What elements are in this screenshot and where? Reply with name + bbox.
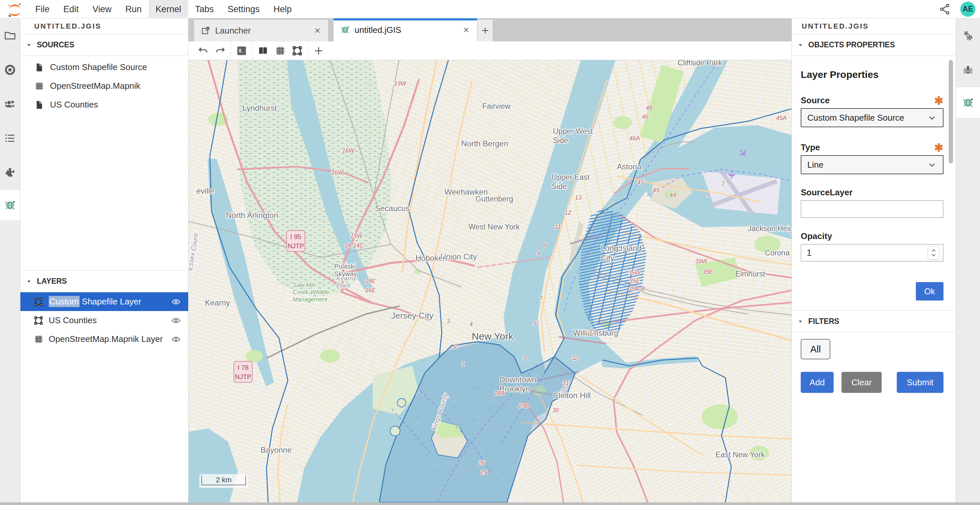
road-exit-label: 18E: [365, 278, 376, 284]
tab-label: Launcher: [215, 25, 300, 36]
eye-visibility-icon[interactable]: [171, 334, 181, 344]
road-exit-label: 12: [565, 210, 571, 216]
terminal-button[interactable]: $_: [233, 42, 250, 59]
map-image: Cliffside ParkFairviewLyndhurstNorth Ber…: [188, 60, 792, 502]
source-select-value: Custom Shapefile Source: [807, 113, 904, 123]
close-icon[interactable]: [462, 25, 471, 34]
avatar[interactable]: AE: [960, 2, 975, 17]
share-icon[interactable]: [939, 3, 951, 16]
layer-item[interactable]: Custom Shapefile Layer: [21, 292, 188, 311]
road-exit-label: 19W: [394, 80, 407, 87]
jupyter-logo-icon: [7, 3, 22, 16]
left-panel-title: UNTITLED.JGIS: [21, 18, 188, 34]
map-place-label: eville: [196, 186, 215, 195]
property-inspector-gears-icon[interactable]: [956, 18, 980, 52]
road-exit-label: 3: [523, 355, 527, 361]
new-tab-button[interactable]: [477, 20, 493, 41]
road-exit-label: 16W: [331, 169, 344, 176]
menu-kernel[interactable]: Kernel: [149, 0, 188, 18]
number-stepper[interactable]: [928, 246, 940, 260]
filter-all-dropdown[interactable]: All: [801, 339, 830, 359]
eye-visibility-icon[interactable]: [171, 297, 181, 307]
map-place-label: Fairview: [482, 102, 511, 110]
map-toolbar: $_: [188, 41, 792, 60]
objects-properties-header[interactable]: OBJECTS PROPERTIES: [792, 34, 956, 56]
map-canvas[interactable]: Cliffside ParkFairviewLyndhurstNorth Ber…: [188, 60, 792, 502]
source-item[interactable]: US Counties: [21, 95, 188, 114]
layer-item[interactable]: US Counties: [21, 311, 188, 330]
source-item[interactable]: Custom Shapefile Source: [21, 58, 188, 76]
vector-square-icon: [33, 297, 43, 307]
tab-untitled-jgis[interactable]: untitled.jGIS: [334, 18, 477, 41]
sources-section-header[interactable]: SOURCES: [21, 34, 188, 56]
map-place-label: Williamsburg: [573, 329, 618, 337]
required-asterisk-icon: ✱: [934, 145, 944, 151]
menu-view[interactable]: View: [86, 0, 118, 18]
map-place-label: New York: [472, 331, 514, 341]
map-place-label: Weehawken: [444, 187, 488, 196]
gis-globe-icon[interactable]: [956, 87, 980, 118]
menu-run[interactable]: Run: [118, 0, 149, 18]
road-exit-label: 44: [670, 192, 676, 199]
layers-section-header[interactable]: LAYERS: [21, 271, 188, 292]
road-exit-label: 16W: [342, 147, 355, 154]
sourcelayer-field-label: SourceLayer: [801, 187, 943, 198]
road-exit-label: 14-14C: [344, 242, 364, 249]
menu-edit[interactable]: Edit: [57, 0, 86, 18]
map-place-label: Astoria: [617, 162, 641, 171]
road-exit-label: 7: [721, 181, 725, 187]
road-exit-label: 11: [555, 224, 561, 230]
grid-icon: [33, 334, 43, 344]
right-panel: UNTITLED.JGIS OBJECTS PROPERTIES Layer P…: [792, 18, 956, 502]
ok-button[interactable]: Ok: [916, 282, 943, 300]
road-exit-label: 4: [469, 321, 473, 327]
right-panel-scrollbar[interactable]: [949, 60, 953, 164]
menu-tabs[interactable]: Tabs: [188, 0, 221, 18]
add-button[interactable]: [310, 42, 327, 59]
folder-icon[interactable]: [0, 18, 20, 52]
book-button[interactable]: [254, 42, 271, 59]
opacity-input[interactable]: 1: [801, 244, 943, 262]
running-kernels-icon[interactable]: [0, 52, 20, 87]
undo-button[interactable]: [194, 42, 212, 59]
menu-file[interactable]: File: [28, 0, 57, 18]
type-select[interactable]: Line: [801, 155, 943, 174]
redo-button[interactable]: [212, 42, 229, 59]
road-exit-label: 39E: [703, 268, 714, 275]
extensions-icon[interactable]: [0, 155, 20, 189]
eye-visibility-icon[interactable]: [171, 316, 181, 326]
clear-filter-button[interactable]: Clear: [842, 372, 881, 393]
map-place-label: Downtown: [500, 375, 536, 384]
table-of-contents-icon[interactable]: [0, 121, 20, 155]
map-place-label: Elmhurst: [735, 270, 765, 278]
add-filter-button[interactable]: Add: [801, 372, 834, 393]
road-exit-label: 30: [552, 407, 559, 414]
right-activity-bar: [956, 18, 980, 502]
gis-globe-icon[interactable]: [0, 189, 20, 221]
road-exit-label: 8: [542, 242, 546, 249]
layers-header-label: LAYERS: [37, 277, 67, 286]
map-place-label: Long Island: [601, 244, 641, 252]
menu-settings[interactable]: Settings: [221, 0, 267, 18]
opacity-input-value: 1: [807, 248, 811, 258]
grid-icon: [34, 81, 44, 91]
tab-label: untitled.jGIS: [355, 25, 449, 35]
sources-header-label: SOURCES: [37, 40, 74, 49]
filters-section-header[interactable]: FILTERS: [792, 311, 956, 332]
menu-help[interactable]: Help: [266, 0, 299, 18]
grid-button[interactable]: [271, 42, 288, 59]
source-item[interactable]: OpenStreetMap.Mapnik: [21, 76, 188, 95]
vector-square-icon: [33, 316, 43, 326]
source-select[interactable]: Custom Shapefile Source: [801, 108, 943, 127]
debugger-bug-icon[interactable]: [956, 52, 980, 87]
road-exit-label: 46: [642, 113, 649, 120]
tab-launcher[interactable]: Launcher: [194, 20, 329, 41]
vector-square-button[interactable]: [288, 42, 305, 59]
sourcelayer-input[interactable]: [801, 200, 943, 218]
layer-item[interactable]: OpenStreetMap.Mapnik Layer: [21, 330, 188, 348]
map-place-label: East New York: [716, 450, 765, 459]
road-exit-label: 1: [461, 361, 465, 368]
close-icon[interactable]: [313, 26, 322, 35]
collaborators-icon[interactable]: [0, 87, 20, 121]
submit-filter-button[interactable]: Submit: [897, 372, 943, 393]
